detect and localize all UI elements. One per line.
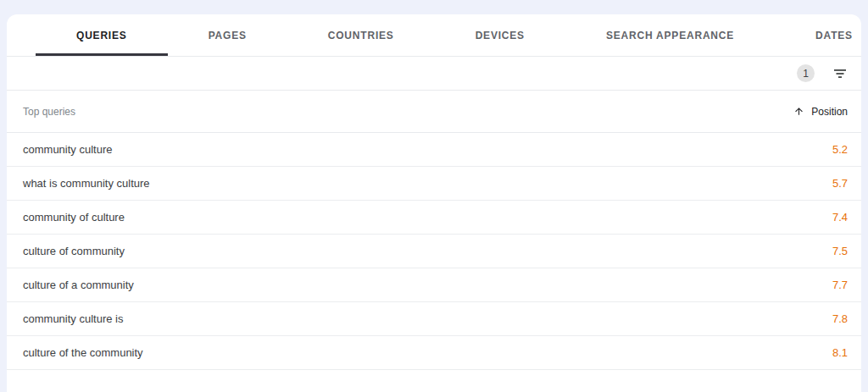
table-row[interactable]: community culture 5.2 bbox=[7, 133, 861, 167]
query-cell[interactable]: culture of the community bbox=[23, 346, 143, 359]
arrow-upward-icon bbox=[793, 106, 804, 117]
tab-queries[interactable]: QUERIES bbox=[36, 14, 168, 56]
table-row[interactable]: community culture is 7.8 bbox=[7, 302, 861, 336]
active-filter-count-badge[interactable]: 1 bbox=[797, 64, 815, 82]
table-row[interactable]: culture of the community 8.1 bbox=[7, 336, 861, 370]
table-row[interactable]: culture of a community 7.7 bbox=[7, 268, 861, 302]
query-cell[interactable]: culture of community bbox=[23, 245, 125, 257]
position-cell: 8.1 bbox=[832, 346, 848, 359]
query-cell[interactable]: what is community culture bbox=[23, 177, 150, 190]
table-row[interactable]: what is community culture 5.7 bbox=[7, 167, 861, 201]
query-cell[interactable]: community of culture bbox=[23, 211, 125, 224]
position-cell: 7.5 bbox=[832, 245, 848, 257]
query-cell[interactable]: community culture bbox=[23, 143, 112, 156]
tab-pages[interactable]: PAGES bbox=[168, 14, 287, 56]
position-cell: 7.4 bbox=[832, 211, 848, 224]
tab-dates[interactable]: DATES bbox=[775, 14, 868, 56]
tab-countries[interactable]: COUNTRIES bbox=[287, 14, 435, 56]
table-filter-bar: 1 bbox=[7, 57, 861, 91]
position-cell: 5.7 bbox=[832, 177, 848, 190]
top-queries-column-header: Top queries bbox=[23, 106, 75, 118]
position-column-label: Position bbox=[811, 106, 848, 118]
table-row[interactable]: culture of community 7.5 bbox=[7, 235, 861, 268]
queries-table-body: community culture 5.2 what is community … bbox=[7, 133, 861, 370]
tab-search-appearance[interactable]: SEARCH APPEARANCE bbox=[565, 14, 775, 56]
position-cell: 7.7 bbox=[832, 279, 848, 291]
table-row[interactable]: community of culture 7.4 bbox=[7, 201, 861, 235]
tab-devices[interactable]: DEVICES bbox=[435, 14, 565, 56]
query-cell[interactable]: community culture is bbox=[23, 312, 123, 325]
position-cell: 7.8 bbox=[832, 312, 848, 325]
dimension-tabs: QUERIES PAGES COUNTRIES DEVICES SEARCH A… bbox=[7, 14, 861, 57]
filter-list-icon[interactable] bbox=[832, 66, 848, 81]
query-cell[interactable]: culture of a community bbox=[23, 279, 134, 291]
performance-report-card: QUERIES PAGES COUNTRIES DEVICES SEARCH A… bbox=[7, 14, 861, 392]
position-column-header[interactable]: Position bbox=[793, 106, 848, 118]
table-header-row: Top queries Position bbox=[7, 91, 861, 133]
position-cell: 5.2 bbox=[832, 143, 848, 156]
